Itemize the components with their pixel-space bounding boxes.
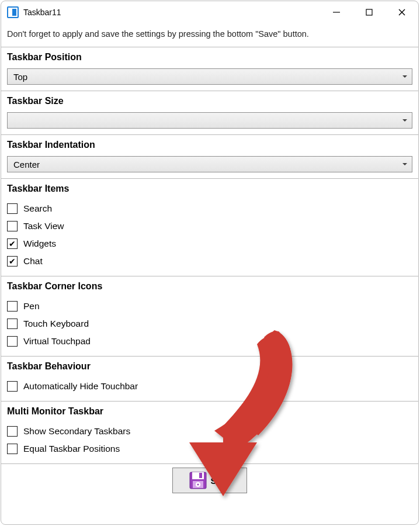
section-title: Taskbar Corner Icons xyxy=(7,281,412,292)
taskbar-indentation-select[interactable]: Center xyxy=(7,156,412,172)
select-value: Top xyxy=(13,72,27,82)
chevron-down-icon xyxy=(402,119,407,122)
checkbox-label: Search xyxy=(23,203,52,214)
checkbox-label: Equal Taskbar Positions xyxy=(23,444,120,454)
taskbar-position-select[interactable]: Top xyxy=(7,68,412,85)
section-taskbar-indentation: Taskbar Indentation Center xyxy=(1,134,418,179)
checkbox-icon xyxy=(7,301,18,312)
minimize-button[interactable] xyxy=(320,1,353,23)
chevron-down-icon xyxy=(402,75,407,78)
checkbox-label: Automatically Hide Touchbar xyxy=(23,381,138,392)
section-taskbar-behaviour: Taskbar Behaviour Automatically Hide Tou… xyxy=(1,356,418,402)
checkbox-label: Pen xyxy=(23,301,40,312)
save-icon xyxy=(188,470,208,490)
checkbox-widgets[interactable]: Widgets xyxy=(7,235,412,252)
save-button[interactable]: Save xyxy=(172,468,247,493)
section-title: Taskbar Size xyxy=(7,96,412,106)
checkbox-icon xyxy=(7,381,18,392)
checkbox-icon xyxy=(7,256,18,267)
checkbox-icon xyxy=(7,336,18,347)
checkbox-pen[interactable]: Pen xyxy=(7,297,412,315)
window-title: Taskbar11 xyxy=(23,8,61,17)
checkbox-virtual-touchpad[interactable]: Virtual Touchpad xyxy=(7,333,412,350)
checkbox-icon xyxy=(7,426,18,437)
checkbox-label: Widgets xyxy=(23,238,56,249)
checkbox-icon xyxy=(7,221,18,231)
checkbox-chat[interactable]: Chat xyxy=(7,252,412,270)
checkbox-task-view[interactable]: Task View xyxy=(7,217,412,235)
checkbox-search[interactable]: Search xyxy=(7,200,412,217)
hint-text: Don't forget to apply and save the setti… xyxy=(1,27,418,47)
checkbox-show-secondary[interactable]: Show Secondary Taskbars xyxy=(7,423,412,440)
app-icon xyxy=(7,6,19,18)
checkbox-label: Task View xyxy=(23,221,64,231)
select-value: Center xyxy=(13,160,40,169)
checkbox-label: Virtual Touchpad xyxy=(23,336,91,347)
checkbox-equal-positions[interactable]: Equal Taskbar Positions xyxy=(7,440,412,458)
app-window: Taskbar11 Don't forget to apply and save… xyxy=(1,1,419,525)
section-taskbar-items: Taskbar Items Search Task View Widgets C… xyxy=(1,178,418,276)
section-multi-monitor: Multi Monitor Taskbar Show Secondary Tas… xyxy=(1,401,418,464)
svg-point-9 xyxy=(197,483,199,485)
checkbox-label: Touch Keyboard xyxy=(23,319,89,329)
checkbox-touch-keyboard[interactable]: Touch Keyboard xyxy=(7,315,412,333)
chevron-down-icon xyxy=(402,163,407,165)
maximize-button[interactable] xyxy=(353,1,386,23)
checkbox-icon xyxy=(7,444,18,454)
section-taskbar-position: Taskbar Position Top xyxy=(1,47,418,91)
checkbox-icon xyxy=(7,238,18,249)
checkbox-icon xyxy=(7,203,18,214)
section-taskbar-corner-icons: Taskbar Corner Icons Pen Touch Keyboard … xyxy=(1,276,418,357)
section-title: Taskbar Behaviour xyxy=(7,361,412,372)
content-area: Don't forget to apply and save the setti… xyxy=(1,23,418,524)
svg-rect-6 xyxy=(199,473,202,478)
close-button[interactable] xyxy=(386,1,418,23)
svg-rect-1 xyxy=(366,9,372,15)
section-taskbar-size: Taskbar Size xyxy=(1,91,418,135)
section-title: Taskbar Position xyxy=(7,52,412,63)
taskbar-size-select[interactable] xyxy=(7,112,412,129)
save-row: Save xyxy=(1,463,418,497)
titlebar: Taskbar11 xyxy=(1,1,418,23)
section-title: Taskbar Indentation xyxy=(7,140,412,150)
section-title: Taskbar Items xyxy=(7,184,412,194)
save-button-label: Save xyxy=(210,476,231,486)
window-controls xyxy=(320,1,418,23)
checkbox-auto-hide[interactable]: Automatically Hide Touchbar xyxy=(7,378,412,395)
checkbox-label: Show Secondary Taskbars xyxy=(23,426,130,437)
checkbox-icon xyxy=(7,319,18,329)
checkbox-label: Chat xyxy=(23,256,43,267)
section-title: Multi Monitor Taskbar xyxy=(7,406,412,417)
